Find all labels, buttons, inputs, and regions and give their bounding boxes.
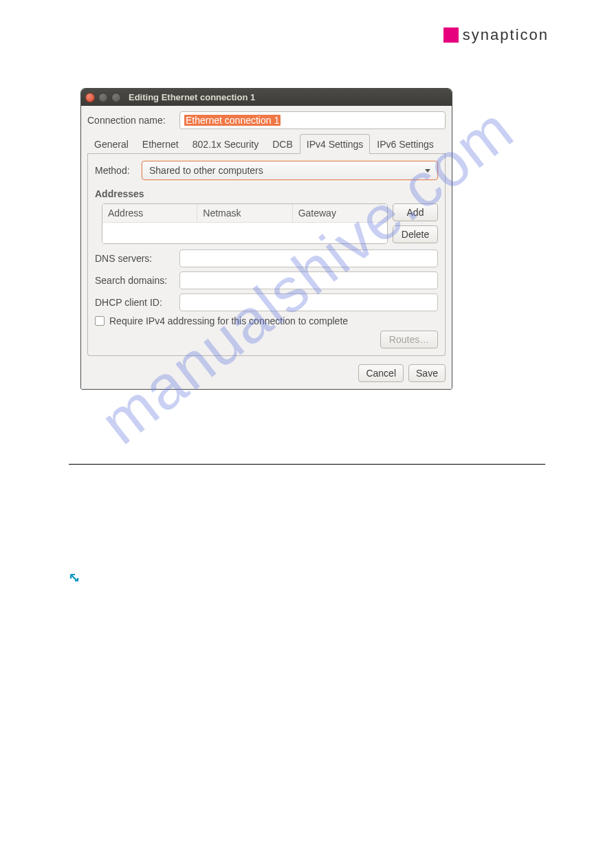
window-title: Editing Ethernet connection 1 <box>129 92 255 102</box>
cancel-button[interactable]: Cancel <box>358 364 404 382</box>
tab-dcb[interactable]: DCB <box>265 134 300 154</box>
brand-logo-icon <box>443 27 459 43</box>
tab-ethernet[interactable]: Ethernet <box>135 134 186 154</box>
window-maximize-icon[interactable] <box>111 93 121 102</box>
method-label: Method: <box>95 165 138 176</box>
chevron-down-icon <box>425 169 430 173</box>
window-titlebar: Editing Ethernet connection 1 <box>81 89 452 106</box>
brand-logo: synapticon <box>443 26 549 44</box>
save-button[interactable]: Save <box>408 364 446 382</box>
tab-8021x-security[interactable]: 802.1x Security <box>186 134 266 154</box>
dhcp-client-id-input[interactable] <box>179 293 438 311</box>
dns-servers-label: DNS servers: <box>95 253 174 264</box>
external-link-icon[interactable] <box>69 572 80 583</box>
tab-ipv6-settings[interactable]: IPv6 Settings <box>370 134 441 154</box>
ipv4-panel: Method: Shared to other computers Addres… <box>87 154 446 356</box>
brand-logo-text: synapticon <box>463 26 549 44</box>
connection-name-input[interactable]: Ethernet connection 1 <box>179 111 446 129</box>
col-address: Address <box>102 204 197 222</box>
section-divider <box>69 464 545 465</box>
tab-ipv4-settings[interactable]: IPv4 Settings <box>300 134 371 154</box>
method-select[interactable]: Shared to other computers <box>142 161 438 180</box>
dns-servers-input[interactable] <box>179 249 438 267</box>
addresses-heading: Addresses <box>95 188 438 199</box>
delete-button[interactable]: Delete <box>393 225 438 243</box>
screenshot-dialog: Editing Ethernet connection 1 Connection… <box>80 88 452 390</box>
connection-name-label: Connection name: <box>87 115 175 126</box>
require-ipv4-checkbox[interactable] <box>95 316 105 326</box>
add-button[interactable]: Add <box>393 203 438 221</box>
require-ipv4-label: Require IPv4 addressing for this connect… <box>109 315 348 326</box>
search-domains-label: Search domains: <box>95 275 174 286</box>
routes-button[interactable]: Routes… <box>380 331 438 348</box>
method-value: Shared to other computers <box>149 165 263 176</box>
tab-general[interactable]: General <box>87 134 135 154</box>
col-netmask: Netmask <box>197 204 292 222</box>
search-domains-input[interactable] <box>179 271 438 289</box>
dhcp-client-id-label: DHCP client ID: <box>95 297 174 308</box>
window-minimize-icon[interactable] <box>98 93 108 102</box>
connection-name-value: Ethernet connection 1 <box>184 115 281 126</box>
addresses-table[interactable]: Address Netmask Gateway <box>102 203 388 244</box>
tab-bar: General Ethernet 802.1x Security DCB IPv… <box>87 133 446 154</box>
col-gateway: Gateway <box>293 204 387 222</box>
window-close-icon[interactable] <box>85 93 95 102</box>
